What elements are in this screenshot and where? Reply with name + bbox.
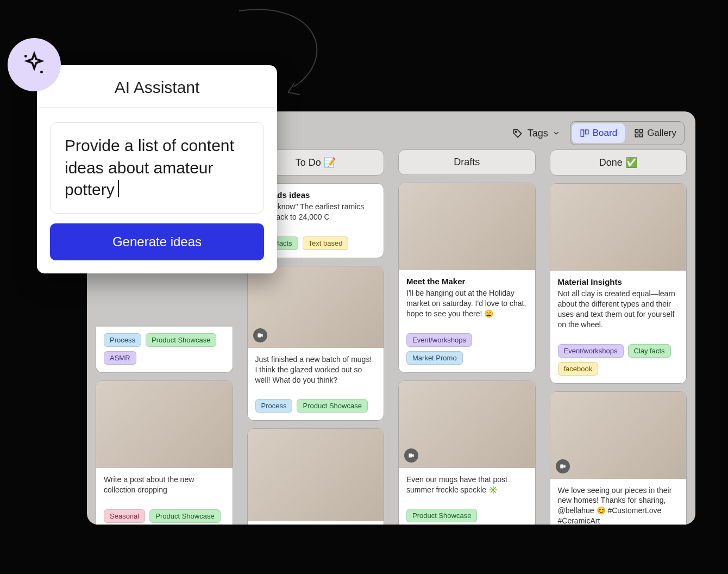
tag-process[interactable]: Process (104, 333, 141, 347)
tag-event-workshops[interactable]: Event/workshops (558, 344, 624, 358)
text-cursor (118, 180, 119, 197)
card-image (248, 429, 384, 521)
ai-prompt-input[interactable]: Provide a list of content ideas about am… (50, 122, 264, 214)
ai-prompt-text: Provide a list of content ideas about am… (65, 136, 234, 198)
column-header-done: Done ✅ (550, 149, 687, 176)
video-badge-icon (404, 448, 418, 463)
tags-dropdown[interactable]: Tags (512, 128, 560, 139)
gallery-icon (634, 128, 644, 138)
view-gallery-label: Gallery (647, 128, 676, 139)
view-board[interactable]: Board (572, 123, 625, 143)
card-behind-ai[interactable]: Process Product Showcase ASMR (96, 327, 233, 373)
tag-product-showcase[interactable]: Product Showcase (149, 509, 220, 523)
card-speckle[interactable]: Even our mugs have that post summer frec… (398, 380, 536, 525)
svg-rect-2 (585, 130, 588, 134)
svg-rect-3 (635, 129, 638, 132)
chevron-down-icon (553, 129, 560, 137)
view-board-label: Board (593, 128, 617, 139)
card-image (248, 266, 384, 348)
svg-rect-1 (581, 130, 583, 136)
video-badge-icon (556, 459, 570, 473)
svg-rect-5 (635, 134, 638, 137)
card-new-collection[interactable]: Write a post about the new collection dr… (96, 380, 233, 525)
card-image (399, 381, 535, 468)
tag-asmr[interactable]: ASMR (104, 351, 136, 365)
card-meet-maker[interactable]: Meet the Maker I'll be hanging out at th… (398, 183, 536, 373)
tag-event-workshops[interactable]: Event/workshops (406, 333, 472, 347)
board-icon (580, 128, 589, 138)
svg-point-0 (515, 131, 516, 132)
tag-clay-facts[interactable]: Clay facts (628, 344, 671, 358)
card-text: Even our mugs have that post summer frec… (406, 475, 528, 495)
card-mugs[interactable]: Just finished a new batch of mugs! I thi… (247, 266, 385, 421)
ai-assistant-title: AI Assistant (37, 65, 277, 108)
card-image (550, 184, 687, 271)
card-image (399, 183, 535, 270)
ai-sparkle-badge (8, 38, 61, 91)
card-customer-love[interactable]: We love seeing our pieces in their new h… (550, 391, 687, 525)
video-badge-icon (253, 328, 267, 342)
svg-rect-6 (640, 134, 643, 137)
card-bowl[interactable]: Just finished a new batch of mugs! I (247, 428, 385, 525)
view-gallery[interactable]: Gallery (626, 122, 684, 145)
card-text: Write a post about the new collection dr… (104, 475, 225, 495)
tag-seasonal[interactable]: Seasonal (104, 509, 145, 523)
ai-assistant-panel: AI Assistant Provide a list of content i… (37, 65, 277, 273)
tag-icon (512, 128, 523, 139)
tag-text-based[interactable]: Text based (303, 236, 349, 250)
tag-product-showcase[interactable]: Product Showcase (297, 399, 367, 413)
card-image (96, 381, 233, 468)
card-text: I'll be hanging out at the Holiday marke… (406, 288, 528, 319)
column-done: Done ✅ Material Insights Not all clay is… (550, 149, 687, 525)
card-material-insights[interactable]: Material Insights Not all clay is create… (550, 183, 687, 384)
svg-rect-4 (640, 129, 643, 132)
tags-label: Tags (528, 128, 548, 139)
sparkle-icon (20, 50, 49, 79)
tag-market-promo[interactable]: Market Promo (406, 351, 463, 365)
card-image (550, 392, 687, 479)
card-title: Meet the Maker (406, 277, 528, 286)
card-text: Not all clay is created equal—learn abou… (558, 289, 679, 330)
board-toolbar: Tags Board Gallery (512, 121, 685, 145)
tag-product-showcase[interactable]: Product Showcase (406, 509, 477, 522)
column-header-drafts: Drafts (398, 149, 536, 175)
tag-process[interactable]: Process (255, 399, 293, 413)
card-title: Material Insights (558, 277, 679, 286)
tag-product-showcase[interactable]: Product Showcase (146, 333, 216, 347)
generate-ideas-button[interactable]: Generate ideas (50, 223, 264, 260)
view-toggle: Board Gallery (570, 121, 685, 145)
card-text: We love seeing our pieces in their new h… (558, 485, 679, 525)
column-drafts: Drafts Meet the Maker I'll be hanging ou… (398, 149, 536, 525)
card-text: Just finished a new batch of mugs! I thi… (255, 354, 376, 385)
tag-facebook[interactable]: facebook (558, 362, 599, 376)
